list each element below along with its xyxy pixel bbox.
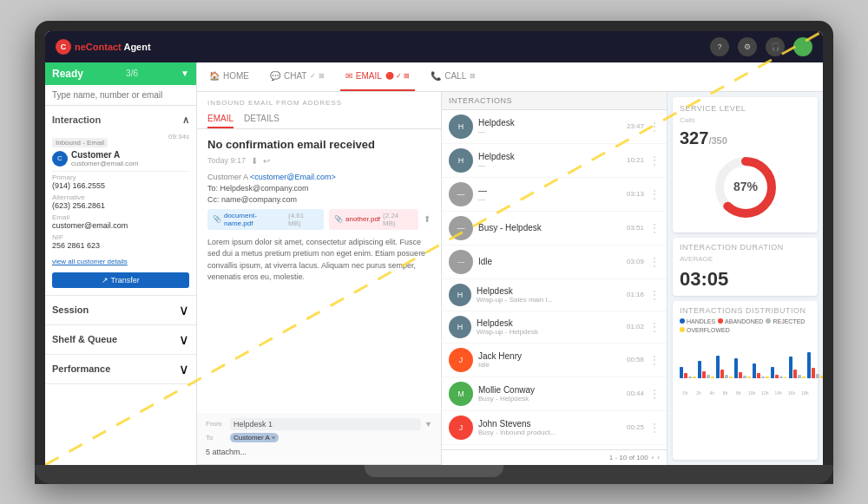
- headset-icon[interactable]: 🎧: [766, 37, 785, 56]
- list-item[interactable]: H Helpdesk — 10:21 ⋮: [442, 144, 667, 178]
- contact-email: customer@email.com: [71, 160, 138, 167]
- email-subject: No confirmation email received: [207, 138, 431, 151]
- list-item[interactable]: — — — 03:13 ⋮: [442, 178, 667, 212]
- logo-text: neContact Agent: [75, 42, 151, 52]
- chevron-down-icon: ∨: [179, 361, 189, 377]
- email-field: Email customer@email.com: [52, 212, 189, 232]
- dropdown-from-icon: ▼: [424, 420, 432, 429]
- list-item[interactable]: H Helpdesk Wrap-up - Sales main l... 01:…: [442, 279, 667, 311]
- legend-rejected: REJECTED: [766, 318, 805, 324]
- phone-icon: 📞: [431, 71, 441, 81]
- sidebar-item-performance[interactable]: Performance ∨: [45, 355, 196, 384]
- primary-phone-field: Primary (914) 166.2555: [52, 172, 189, 192]
- more-icon[interactable]: ⋮: [649, 222, 660, 234]
- duration-avg: AVERAGE: [680, 255, 811, 263]
- more-icon[interactable]: ⋮: [649, 289, 660, 301]
- chat-avatar: —: [449, 216, 473, 240]
- interaction-item[interactable]: Inbound - Email 09:34s C Customer A cust…: [52, 129, 189, 172]
- list-item[interactable]: — Busy - Helpdesk 03:51 ⋮: [442, 212, 667, 245]
- transfer-button[interactable]: ↗ Transfer: [52, 272, 189, 288]
- tab-call[interactable]: 📞 CALL ⊠: [425, 62, 481, 91]
- help-icon[interactable]: ?: [710, 37, 729, 56]
- list-item[interactable]: H Helpdesk Wrap-up - Helpdesk 01:02 ⋮: [442, 311, 667, 344]
- more-icon[interactable]: ⋮: [649, 256, 660, 268]
- prev-page-icon[interactable]: ‹: [652, 454, 654, 461]
- overflowed-color: [680, 327, 685, 332]
- shelf-queue-label: Shelf & Queue: [52, 334, 117, 344]
- legend-overflowed: OVERFLOWED: [680, 327, 730, 333]
- email-date: Today 9:17: [207, 156, 246, 165]
- pagination: 1 - 10 of 100 ‹ ›: [442, 449, 667, 465]
- contact-name: Customer A: [71, 150, 138, 160]
- bar-group: [680, 367, 696, 378]
- handles-color: [680, 318, 685, 324]
- right-stats-panel: SERVICE LEVEL Calls 327/350: [667, 92, 823, 465]
- search-input[interactable]: [45, 85, 196, 106]
- laptop-notch: [365, 465, 503, 477]
- svg-text:87%: 87%: [733, 180, 758, 193]
- email-header: INBOUND EMAIL FROM ADDRESS EMAIL DETAILS: [197, 92, 441, 129]
- sidebar-item-shelf-queue[interactable]: Shelf & Queue ∨: [45, 325, 196, 355]
- tab-email[interactable]: ✉ EMAIL 🔴 ✓ ⊠: [340, 62, 415, 91]
- sidebar-item-session[interactable]: Session ∨: [45, 296, 196, 325]
- more-icon[interactable]: ⋮: [649, 422, 660, 434]
- bar-group: [734, 358, 751, 378]
- status-button[interactable]: Ready 3/6 ▼: [45, 62, 196, 85]
- list-item[interactable]: J John Stevens Busy - Inbound product...…: [442, 411, 667, 445]
- chat-avatar: H: [449, 284, 471, 306]
- chat-avatar: M: [449, 382, 473, 406]
- settings-icon[interactable]: ⚙: [738, 37, 757, 56]
- distribution-title: INTERACTIONS DISTRIBUTION: [680, 306, 811, 315]
- chat-avatar: H: [449, 148, 473, 173]
- email-tabs: EMAIL DETAILS: [207, 110, 431, 128]
- chevron-up-icon: ∧: [182, 115, 189, 126]
- list-item[interactable]: H Helpdesk — 23:47 ⋮: [442, 110, 667, 144]
- service-level-panel: SERVICE LEVEL Calls 327/350: [673, 97, 818, 232]
- compose-area: From Helpdesk 1 ▼ To Customer A ×: [197, 413, 441, 465]
- dropdown-arrow-icon: ▼: [181, 69, 189, 78]
- more-icon[interactable]: ⋮: [649, 121, 660, 133]
- topbar: C neContact Agent ? ⚙ 🎧: [45, 31, 823, 62]
- from-label: From: [206, 420, 227, 428]
- attachment-pdf2[interactable]: 📎 another.pdf (2.24 MB): [329, 209, 418, 230]
- service-level-subtitle: Calls: [680, 116, 811, 124]
- more-icon[interactable]: ⋮: [649, 354, 660, 366]
- duration-title: INTERACTION DURATION: [680, 243, 811, 252]
- compose-to-field: To Customer A ×: [206, 433, 432, 442]
- list-item[interactable]: M Mollie Conway Busy - Helpdesk 00:44 ⋮: [442, 377, 667, 411]
- more-icon[interactable]: ⋮: [649, 321, 660, 333]
- chat-avatar: H: [449, 316, 471, 338]
- tab-details-view[interactable]: DETAILS: [244, 110, 279, 128]
- abandoned-color: [718, 318, 723, 324]
- from-input[interactable]: Helpdesk 1: [230, 418, 421, 430]
- more-icon[interactable]: ⋮: [649, 188, 660, 200]
- alternative-phone-field: Alternative (623) 256.2861: [52, 192, 189, 212]
- attachment-count: 5 attachm...: [206, 445, 432, 459]
- chat-avatar: —: [449, 182, 473, 206]
- contact-avatar: C: [52, 151, 68, 167]
- more-icon[interactable]: ⋮: [649, 388, 660, 400]
- logo-icon: C: [56, 39, 71, 55]
- more-icon[interactable]: ⋮: [649, 154, 660, 167]
- remove-to-chip[interactable]: ×: [272, 434, 276, 442]
- app-logo: C neContact Agent: [56, 39, 151, 55]
- bar-group: [789, 357, 806, 378]
- list-item[interactable]: J Jack Henry Idle 00:58 ⋮: [442, 344, 667, 377]
- chart-legend: HANDLES ABANDONED REJECTED: [680, 318, 811, 333]
- tab-chat[interactable]: 💬 CHAT ✓ ⊠: [265, 62, 330, 91]
- bar-group: [807, 352, 823, 377]
- chat-avatar: J: [449, 348, 473, 372]
- view-details-link[interactable]: view all customer details: [52, 258, 128, 265]
- user-avatar[interactable]: [793, 37, 812, 56]
- tab-email-view[interactable]: EMAIL: [207, 110, 233, 128]
- list-item[interactable]: — Idle 03:09 ⋮: [442, 245, 667, 279]
- next-page-icon[interactable]: ›: [657, 454, 660, 461]
- attachment-pdf1[interactable]: 📎 document-name.pdf (4.61 MB): [207, 209, 324, 230]
- rejected-color: [766, 318, 771, 324]
- interaction-duration-panel: INTERACTION DURATION AVERAGE 03:05: [673, 238, 818, 296]
- tab-home[interactable]: 🏠 HOME: [204, 62, 254, 91]
- duration-value: 03:05: [680, 268, 811, 291]
- service-count: 327: [680, 128, 708, 147]
- chart-x-labels: 0h 2h 4h 6h 8h 10h 12h 14h 16h 18h: [680, 390, 811, 396]
- reply-icon: ↩: [263, 156, 270, 166]
